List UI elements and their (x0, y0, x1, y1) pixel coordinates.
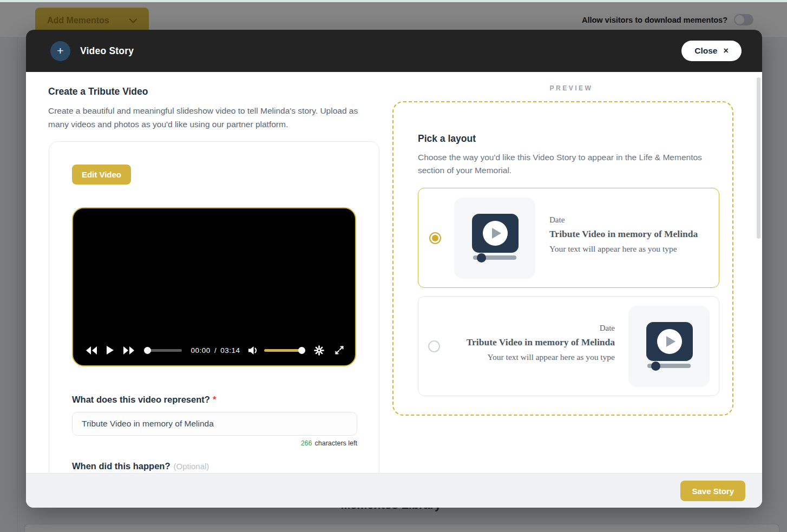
thumbnail-progress-bar (647, 364, 691, 368)
modal-header: + Video Story Close × (26, 30, 762, 72)
close-button[interactable]: Close × (681, 41, 742, 61)
plus-icon: + (50, 41, 70, 61)
fullscreen-icon[interactable] (335, 345, 344, 355)
modal-footer: Save Story (26, 473, 762, 508)
layout2-video-thumbnail (628, 306, 710, 387)
characters-left-text: characters left (314, 439, 357, 447)
player-controls: 00:00 / 03:14 (86, 340, 344, 360)
save-story-button[interactable]: Save Story (680, 481, 745, 501)
play-circle-icon (657, 329, 682, 354)
settings-gear-icon[interactable] (314, 345, 324, 356)
play-icon[interactable] (107, 346, 114, 354)
pick-layout-heading: Pick a layout (418, 133, 732, 145)
modal-scrollbar[interactable] (757, 77, 760, 239)
thumbnail-progress-dot (651, 362, 660, 371)
layout-option-2[interactable]: Date Tribute Video in memory of Melinda … (418, 296, 719, 396)
video-icon (472, 214, 519, 253)
layout-preview-box: Pick a layout Choose the way you'd like … (392, 101, 733, 416)
fast-forward-icon[interactable] (123, 346, 134, 354)
video-player[interactable]: 00:00 / 03:14 (72, 207, 356, 366)
layout2-radio[interactable] (428, 340, 440, 352)
right-pane: PREVIEW Pick a layout Choose the way you… (381, 72, 762, 508)
modal-body: Create a Tribute Video Create a beautifu… (26, 72, 762, 508)
layout2-date: Date (467, 324, 615, 333)
volume-slider[interactable] (264, 347, 305, 354)
seek-handle[interactable] (144, 347, 151, 354)
seek-bar[interactable] (144, 347, 185, 354)
layout2-text: Date Tribute Video in memory of Melinda … (467, 324, 615, 362)
video-card: Edit Video (49, 141, 379, 508)
layout1-video-thumbnail (454, 198, 535, 279)
left-pane: Create a Tribute Video Create a beautifu… (26, 72, 381, 508)
preview-label: PREVIEW (381, 84, 762, 92)
modal-title: Video Story (80, 45, 134, 57)
layout2-subtitle: Your text will appear here as you type (467, 352, 615, 362)
time-display: 00:00 / 03:14 (191, 346, 240, 354)
characters-left-count: 266 (301, 439, 312, 447)
rewind-icon[interactable] (86, 346, 97, 354)
duration: 03:14 (220, 346, 240, 354)
current-time: 00:00 (191, 346, 211, 354)
thumbnail-progress-bar (473, 255, 516, 260)
characters-left: 266characters left (72, 439, 357, 447)
time-separator: / (214, 346, 217, 354)
volume-icon[interactable] (248, 346, 259, 355)
edit-video-button[interactable]: Edit Video (72, 165, 131, 185)
layout1-date: Date (549, 215, 698, 225)
layout2-title: Tribute Video in memory of Melinda (467, 337, 615, 348)
pick-layout-description: Choose the way you'd like this Video Sto… (418, 151, 717, 177)
video-icon (646, 322, 693, 361)
layout1-radio[interactable] (429, 232, 441, 244)
volume-track (264, 349, 302, 352)
required-asterisk: * (213, 395, 216, 404)
video-story-modal: + Video Story Close × Create a Tribute V… (26, 30, 762, 508)
close-icon: × (723, 46, 728, 56)
thumbnail-progress-dot (477, 253, 486, 262)
play-circle-icon (483, 221, 508, 246)
optional-note: (Optional) (173, 462, 209, 471)
question1-label: What does this video represent?* (72, 395, 356, 405)
layout-option-1[interactable]: Date Tribute Video in memory of Melinda … (418, 188, 719, 288)
question2-label: When did this happen?(Optional) (72, 461, 356, 471)
layout1-text: Date Tribute Video in memory of Melinda … (549, 215, 698, 254)
layout1-title: Tribute Video in memory of Melinda (549, 228, 698, 240)
video-represent-input[interactable] (72, 412, 357, 436)
close-label: Close (694, 46, 717, 56)
seek-track (146, 349, 182, 352)
create-tribute-heading: Create a Tribute Video (48, 86, 381, 97)
layout1-subtitle: Your text will appear here as you type (549, 244, 698, 254)
volume-handle[interactable] (298, 347, 305, 354)
top-strip (0, 0, 787, 2)
create-tribute-description: Create a beautiful and meaningful slides… (48, 104, 377, 131)
